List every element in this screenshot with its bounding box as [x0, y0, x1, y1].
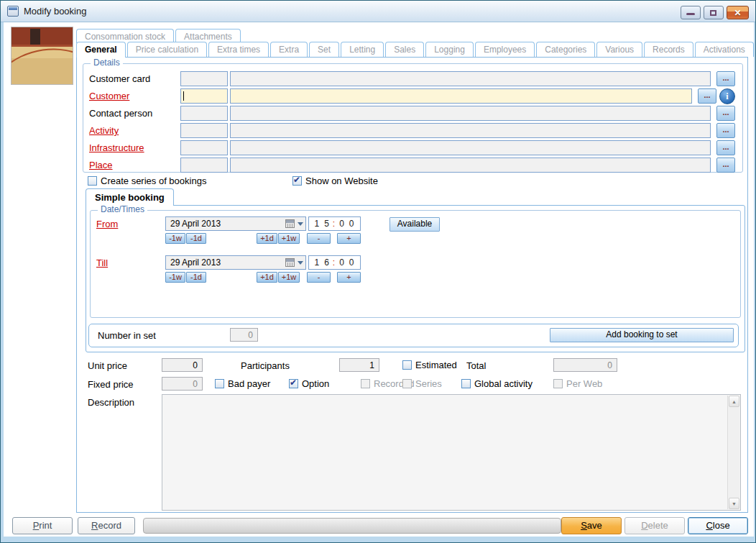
place-browse-button[interactable]: ... [716, 158, 735, 173]
till-date-field[interactable]: 29 April 2013 [165, 255, 306, 270]
chevron-down-icon [298, 222, 303, 226]
tab-employees[interactable]: Employees [475, 42, 535, 57]
tab-attachments[interactable]: Attachments [175, 29, 241, 43]
till-time-field[interactable]: 16:00 [308, 255, 361, 270]
till-hour-minus-button[interactable]: - [307, 272, 331, 283]
total-field[interactable]: 0 [553, 358, 617, 372]
place-name-field[interactable] [230, 158, 711, 173]
titlebar: Modify booking ✕ [1, 1, 755, 22]
contact-person-code-field[interactable] [180, 106, 228, 121]
activity-code-field[interactable] [180, 123, 228, 138]
activity-browse-button[interactable]: ... [716, 123, 735, 138]
tab-extra[interactable]: Extra [270, 42, 308, 57]
series-checkbox [402, 379, 412, 388]
scroll-down-button[interactable]: ▼ [729, 498, 739, 509]
tab-simple-booking[interactable]: Simple booking [86, 188, 174, 206]
from-hour-minus-button[interactable]: - [307, 233, 331, 244]
bad-payer-checkbox[interactable] [215, 379, 224, 388]
global-activity-option: Global activity [461, 378, 533, 389]
customer-card-name-field[interactable] [230, 71, 711, 86]
till-date-value: 29 April 2013 [170, 257, 221, 268]
number-in-set-field[interactable]: 0 [230, 328, 258, 342]
details-group: Details Customer card ... Customer ... i [83, 63, 743, 173]
tab-sales[interactable]: Sales [385, 42, 424, 57]
show-on-website-option: Show on Website [292, 175, 378, 186]
delete-button: Delete [624, 517, 685, 534]
customer-browse-button[interactable]: ... [698, 88, 716, 104]
till-date-picker-button[interactable] [281, 257, 305, 268]
place-code-field[interactable] [180, 158, 228, 173]
from-date-value: 29 April 2013 [170, 219, 221, 229]
description-textarea[interactable]: ▲ ▼ [162, 394, 741, 511]
calendar-grid-icon [285, 258, 295, 267]
fixed-price-label: Fixed price [88, 379, 134, 390]
from-hour-plus-button[interactable]: + [337, 233, 361, 244]
till-minus-week-button[interactable]: -1w [165, 272, 185, 283]
show-on-website-checkbox[interactable] [292, 176, 302, 186]
from-minus-week-button[interactable]: -1w [165, 233, 185, 244]
contact-person-label: Contact person [89, 108, 180, 119]
record-button[interactable]: Record [78, 517, 135, 534]
tab-categories[interactable]: Categories [536, 42, 595, 57]
customer-card-row: Customer card ... [89, 71, 735, 86]
contact-person-browse-button[interactable]: ... [716, 106, 735, 121]
customer-name-field[interactable] [230, 88, 692, 104]
customer-info-button[interactable]: i [719, 88, 735, 104]
contact-person-name-field[interactable] [230, 106, 711, 121]
tab-activations[interactable]: Activations [695, 42, 754, 57]
print-button[interactable]: Print [12, 517, 73, 534]
create-series-label: Create series of bookings [101, 175, 206, 186]
infrastructure-browse-button[interactable]: ... [716, 140, 735, 155]
available-button[interactable]: Available [389, 217, 440, 232]
from-plus-week-button[interactable]: +1w [278, 233, 300, 244]
tab-price-calculation[interactable]: Price calculation [127, 42, 207, 57]
tab-extra-times[interactable]: Extra times [208, 42, 269, 57]
infrastructure-name-field[interactable] [230, 140, 711, 155]
from-time-field[interactable]: 15:00 [308, 216, 361, 231]
till-minus-day-button[interactable]: -1d [186, 272, 206, 283]
date-times-group: Date/Times From 29 April 2013 15:00 Avai… [90, 210, 741, 318]
bad-payer-option: Bad payer [215, 378, 270, 389]
create-series-checkbox[interactable] [88, 176, 97, 186]
participants-field[interactable]: 1 [339, 358, 379, 372]
place-row: Place ... [89, 158, 735, 173]
customer-card-browse-button[interactable]: ... [716, 71, 735, 86]
infrastructure-code-field[interactable] [180, 140, 228, 155]
global-activity-checkbox[interactable] [461, 379, 471, 388]
scroll-up-button[interactable]: ▲ [729, 396, 739, 407]
maximize-button[interactable] [704, 6, 724, 19]
from-plus-day-button[interactable]: +1d [257, 233, 277, 244]
till-hour-plus-button[interactable]: + [337, 272, 361, 283]
series-option: Series [402, 378, 442, 389]
close-window-button[interactable]: ✕ [727, 6, 749, 19]
from-minute: 00 [339, 219, 359, 229]
modify-booking-window: Modify booking ✕ Consommation stock Atta… [0, 0, 756, 543]
save-button[interactable]: Save [561, 517, 622, 534]
close-button[interactable]: Close [688, 517, 748, 534]
from-date-field[interactable]: 29 April 2013 [165, 216, 306, 231]
from-date-picker-button[interactable] [281, 218, 305, 229]
estimated-checkbox[interactable] [402, 360, 412, 370]
tab-logging[interactable]: Logging [425, 42, 474, 57]
customer-card-code-field[interactable] [180, 71, 228, 86]
from-minus-day-button[interactable]: -1d [186, 233, 206, 244]
number-in-set-panel: Number in set 0 Add booking to set [88, 324, 739, 347]
description-scrollbar[interactable]: ▲ ▼ [727, 396, 739, 509]
activity-name-field[interactable] [230, 123, 711, 138]
global-activity-label: Global activity [474, 378, 533, 389]
tab-records[interactable]: Records [644, 42, 693, 57]
tab-various[interactable]: Various [596, 42, 642, 57]
minimize-button[interactable] [681, 6, 701, 19]
tab-letting[interactable]: Letting [341, 42, 384, 57]
tab-general[interactable]: General [76, 42, 126, 58]
option-checkbox[interactable] [289, 379, 298, 388]
tab-set[interactable]: Set [309, 42, 339, 57]
unit-price-field[interactable]: 0 [162, 358, 203, 372]
add-booking-to-set-button[interactable]: Add booking to set [550, 328, 734, 342]
till-plus-week-button[interactable]: +1w [278, 272, 300, 283]
till-plus-day-button[interactable]: +1d [257, 272, 277, 283]
tab-consommation-stock[interactable]: Consommation stock [76, 29, 174, 43]
till-label: Till [96, 257, 108, 268]
customer-code-field[interactable] [180, 88, 228, 104]
fixed-price-field[interactable]: 0 [162, 377, 203, 391]
